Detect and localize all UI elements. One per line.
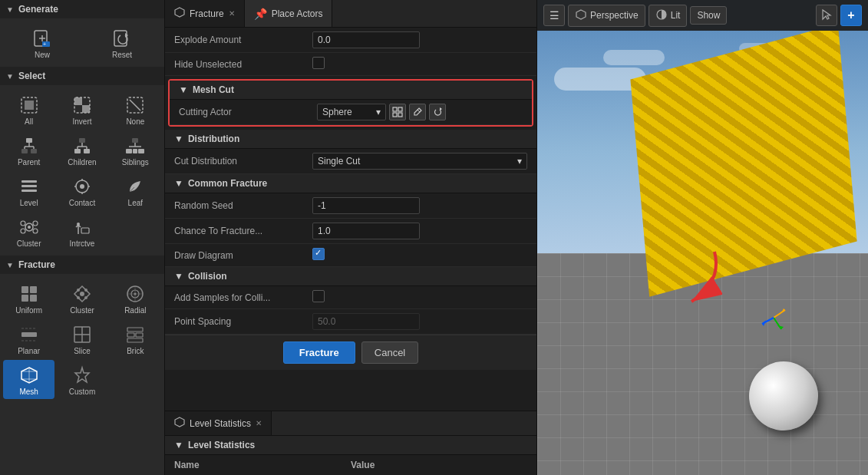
cutting-actor-dropdown[interactable]: Sphere ▾ <box>317 104 386 120</box>
common-fracture-header[interactable]: ▼ Common Fracture <box>165 174 536 193</box>
radial-icon <box>124 283 146 305</box>
brick-icon <box>124 324 146 345</box>
hide-unselected-checkbox[interactable] <box>312 57 325 69</box>
tab-fracture[interactable]: Fracture ✕ <box>165 0 245 27</box>
svg-rect-73 <box>127 328 143 332</box>
lit-btn[interactable]: Lit <box>649 5 688 27</box>
uniform-label: Uniform <box>15 306 42 315</box>
transform-gizmo <box>758 302 789 333</box>
slice-label: Slice <box>74 347 91 355</box>
contact-icon <box>71 176 93 197</box>
new-button[interactable]: + New <box>3 23 81 62</box>
leaf-icon <box>124 176 146 197</box>
viewport: ☰ Perspective Lit Show <box>537 0 868 475</box>
svg-rect-75 <box>136 333 143 337</box>
svg-rect-36 <box>21 190 37 192</box>
explode-amount-row: Explode Amount <box>165 28 536 53</box>
random-seed-row: Random Seed <box>165 193 536 219</box>
level-stats-tab-close[interactable]: ✕ <box>256 419 262 427</box>
point-spacing-input[interactable] <box>312 313 420 330</box>
cutting-actor-chevron: ▾ <box>376 107 381 117</box>
svg-marker-90 <box>576 10 586 19</box>
cluster-select-button[interactable]: Cluster <box>3 212 54 251</box>
panel-content: Explode Amount Hide Unselected ▼ Mesh Cu… <box>165 28 536 411</box>
svg-point-48 <box>21 229 25 233</box>
show-btn[interactable]: Show <box>690 6 727 25</box>
cutting-actor-eyedrop-btn[interactable] <box>409 104 426 120</box>
mesh-cut-header[interactable]: ▼ Mesh Cut <box>170 81 532 100</box>
none-label: None <box>126 117 144 126</box>
stats-section-header[interactable]: ▼ Level Statistics <box>165 436 536 455</box>
invert-button[interactable]: Invert <box>56 90 107 129</box>
chance-to-fracture-value <box>312 223 527 239</box>
svg-rect-29 <box>126 149 132 153</box>
lit-icon <box>655 8 668 23</box>
svg-marker-81 <box>75 368 89 382</box>
viewport-menu-btn[interactable]: ☰ <box>543 5 565 26</box>
mesh-cut-label: Mesh Cut <box>193 84 234 95</box>
random-seed-input[interactable] <box>312 197 420 214</box>
draw-diagram-value <box>312 248 527 262</box>
level-button[interactable]: Level <box>3 171 54 210</box>
fracture-tab-close[interactable]: ✕ <box>229 9 235 18</box>
perspective-label: Perspective <box>590 10 639 21</box>
add-viewport-btn[interactable]: + <box>840 5 862 26</box>
children-button[interactable]: Children <box>56 130 107 170</box>
cluster-fracture-button[interactable]: Cluster <box>56 279 107 318</box>
bottom-panel: Level Statistics ✕ ▼ Level Statistics Na… <box>165 411 536 475</box>
level-stats-tab-label: Level Statistics <box>190 418 251 429</box>
cancel-button[interactable]: Cancel <box>361 341 418 364</box>
siblings-icon <box>124 135 146 157</box>
add-samples-checkbox[interactable] <box>312 290 325 302</box>
tab-place-actors[interactable]: 📌 Place Actors <box>245 0 333 27</box>
explode-amount-input[interactable] <box>312 31 420 48</box>
distribution-header[interactable]: ▼ Distribution <box>165 130 536 149</box>
add-samples-value <box>312 290 527 305</box>
svg-rect-51 <box>81 228 89 233</box>
show-label: Show <box>697 10 720 21</box>
distribution-label: Distribution <box>188 134 239 144</box>
svg-rect-83 <box>393 107 397 111</box>
section-generate[interactable]: ▼ Generate <box>0 0 164 18</box>
svg-rect-86 <box>398 113 402 117</box>
planar-button[interactable]: Planar <box>3 319 54 358</box>
draw-diagram-checkbox[interactable] <box>312 248 325 260</box>
level-icon <box>18 176 40 197</box>
random-seed-label: Random Seed <box>174 200 312 211</box>
contact-button[interactable]: Contact <box>56 171 107 210</box>
uniform-button[interactable]: Uniform <box>3 279 54 318</box>
select-arrow: ▼ <box>6 72 14 81</box>
cut-distribution-dropdown[interactable]: Single Cut ▾ <box>312 153 527 170</box>
intrctve-button[interactable]: Intrctve <box>56 212 107 251</box>
cutting-actor-expand-btn[interactable] <box>389 104 406 120</box>
reset-button[interactable]: Reset <box>83 23 161 62</box>
point-spacing-row: Point Spacing <box>165 309 536 335</box>
svg-marker-92 <box>823 10 830 19</box>
leaf-button[interactable]: Leaf <box>110 171 161 210</box>
siblings-button[interactable]: Siblings <box>110 130 161 170</box>
cutting-actor-selected: Sphere <box>322 107 352 117</box>
none-button[interactable]: None <box>110 90 161 129</box>
fracture-button[interactable]: Fracture <box>283 341 355 364</box>
collision-header[interactable]: ▼ Collision <box>165 267 536 286</box>
chance-to-fracture-row: Chance To Fracture... <box>165 219 536 244</box>
slice-button[interactable]: Slice <box>56 319 107 358</box>
new-label: New <box>35 51 50 59</box>
chance-to-fracture-input[interactable] <box>312 223 420 239</box>
section-select[interactable]: ▼ Select <box>0 67 164 85</box>
parent-button[interactable]: Parent <box>3 130 54 170</box>
custom-button[interactable]: Custom <box>56 360 107 399</box>
radial-button[interactable]: Radial <box>110 279 161 318</box>
section-fracture[interactable]: ▼ Fracture <box>0 256 164 274</box>
svg-rect-67 <box>21 332 37 337</box>
mesh-button[interactable]: Mesh <box>3 360 54 399</box>
cutting-actor-reset-btn[interactable] <box>429 104 446 120</box>
brick-button[interactable]: Brick <box>110 319 161 358</box>
perspective-btn[interactable]: Perspective <box>568 5 645 27</box>
all-button[interactable]: All <box>3 90 54 129</box>
tab-level-statistics[interactable]: Level Statistics ✕ <box>165 411 272 435</box>
svg-point-58 <box>77 289 80 292</box>
svg-point-38 <box>80 184 84 189</box>
custom-label: Custom <box>69 388 95 396</box>
cursor-btn[interactable] <box>816 5 837 26</box>
